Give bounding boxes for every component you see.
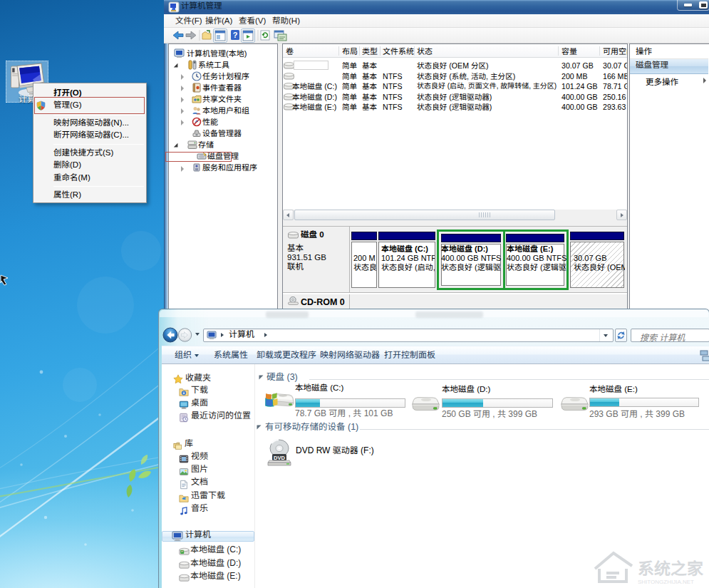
svg-text:SHITONGZHIJIA.NET: SHITONGZHIJIA.NET: [638, 579, 694, 585]
svg-text:?: ?: [233, 31, 238, 39]
svg-text:系统之家: 系统之家: [638, 555, 703, 579]
svg-text:DVD: DVD: [274, 455, 285, 461]
